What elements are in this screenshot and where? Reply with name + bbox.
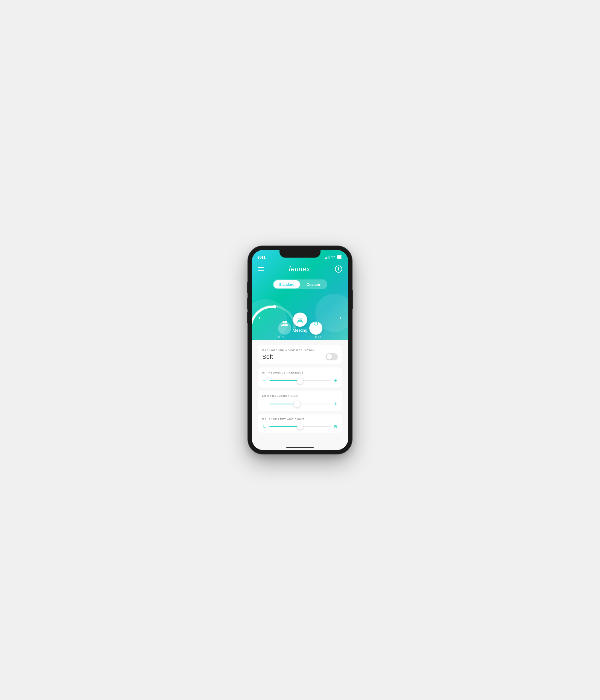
balance-right-label: R: [333, 424, 338, 429]
low-frequency-fill: [269, 404, 297, 404]
people-icon-button[interactable]: [278, 322, 291, 335]
svg-point-9: [271, 306, 272, 307]
hi-frequency-section: HI FREQUENCY PRESENCE − +: [258, 368, 342, 388]
screen: 9:41: [252, 250, 348, 450]
svg-point-8: [273, 305, 276, 308]
hi-frequency-fill: [269, 380, 300, 381]
hi-freq-plus[interactable]: +: [333, 378, 338, 384]
info-button[interactable]: i: [335, 266, 342, 273]
scene: 9:41: [229, 230, 371, 470]
menu-icon[interactable]: [258, 267, 264, 271]
mode-label: Meeting: [293, 328, 307, 332]
battery-icon: [336, 255, 343, 259]
noise-reduction-section: BACKGROUND NOISE REDUCTION Soft: [258, 345, 342, 364]
hi-frequency-label: HI FREQUENCY PRESENCE: [262, 371, 338, 374]
next-mode-arrow[interactable]: ›: [336, 314, 345, 322]
notch: [279, 250, 321, 257]
balance-left-label: L: [262, 424, 267, 429]
svg-point-11: [282, 321, 285, 323]
volume-arc-container: Meeting MIN MAX: [273, 296, 327, 340]
low-frequency-thumb[interactable]: [294, 401, 300, 407]
home-indicator: [286, 447, 314, 448]
balance-slider-row: L R: [262, 424, 338, 429]
hi-frequency-thumb[interactable]: [297, 378, 303, 384]
low-frequency-section: LOW FREQUENCY LIMIT − +: [258, 391, 342, 411]
svg-point-10: [277, 306, 278, 307]
svg-rect-3: [329, 255, 330, 259]
low-frequency-slider-row: − +: [262, 401, 338, 407]
svg-rect-6: [342, 256, 343, 258]
content-area: BACKGROUND NOISE REDUCTION Soft HI FREQU…: [252, 340, 348, 450]
info-icon: i: [338, 267, 339, 271]
wifi-icon: [331, 255, 335, 259]
balance-thumb[interactable]: [297, 424, 303, 430]
mode-icon-circle: [293, 312, 307, 327]
svg-rect-1: [327, 257, 327, 259]
balance-track[interactable]: [269, 426, 331, 427]
svg-rect-2: [328, 256, 328, 259]
status-icons: [325, 255, 343, 259]
meeting-icon: [296, 317, 304, 324]
custom-tab[interactable]: Custom: [300, 280, 327, 289]
right-chevron-icon: ›: [340, 314, 342, 322]
menu-line-1: [258, 267, 264, 268]
hi-freq-minus[interactable]: −: [262, 378, 267, 384]
svg-rect-0: [325, 257, 326, 259]
svg-point-14: [300, 319, 302, 321]
noise-reduction-value: Soft: [262, 353, 273, 360]
hi-frequency-track[interactable]: [269, 380, 331, 381]
toggle-knob: [327, 354, 332, 359]
power-icon-button[interactable]: [309, 322, 322, 335]
mode-area: ‹ ›: [252, 292, 348, 343]
svg-rect-7: [337, 256, 341, 258]
hi-frequency-slider-row: − +: [262, 378, 338, 384]
max-label: MAX: [315, 335, 322, 339]
mode-icon-center: Meeting: [293, 312, 307, 332]
phone-shell: 9:41: [248, 246, 352, 454]
menu-line-2: [258, 269, 264, 269]
app-title: fennex: [289, 265, 310, 273]
standard-tab[interactable]: Standard: [273, 280, 300, 289]
balance-label: BALANCE LEFT AND RIGHT: [262, 418, 338, 421]
status-time: 9:41: [257, 255, 266, 259]
left-chevron-icon: ‹: [258, 314, 260, 322]
noise-reduction-row: Soft: [262, 353, 338, 360]
balance-fill: [269, 426, 300, 427]
segment-control: Standard Custom: [273, 279, 327, 289]
balance-section: BALANCE LEFT AND RIGHT L R: [258, 414, 342, 432]
prev-mode-arrow[interactable]: ‹: [255, 314, 264, 322]
svg-point-13: [298, 319, 300, 321]
low-frequency-label: LOW FREQUENCY LIMIT: [262, 395, 338, 397]
noise-reduction-label: BACKGROUND NOISE REDUCTION: [262, 349, 338, 352]
svg-point-4: [333, 258, 333, 258]
power-icon: [312, 320, 319, 326]
low-frequency-track[interactable]: [269, 404, 331, 404]
people-icon: [281, 321, 288, 326]
low-freq-minus[interactable]: −: [262, 401, 267, 407]
svg-point-12: [285, 321, 287, 323]
noise-reduction-toggle[interactable]: [326, 353, 338, 360]
menu-line-3: [258, 270, 264, 271]
nav-bar: fennex i: [252, 262, 348, 276]
signal-icon: [325, 255, 329, 259]
min-label: MIN: [278, 335, 284, 339]
low-freq-plus[interactable]: +: [333, 401, 338, 407]
arc-labels: MIN MAX: [278, 335, 322, 339]
